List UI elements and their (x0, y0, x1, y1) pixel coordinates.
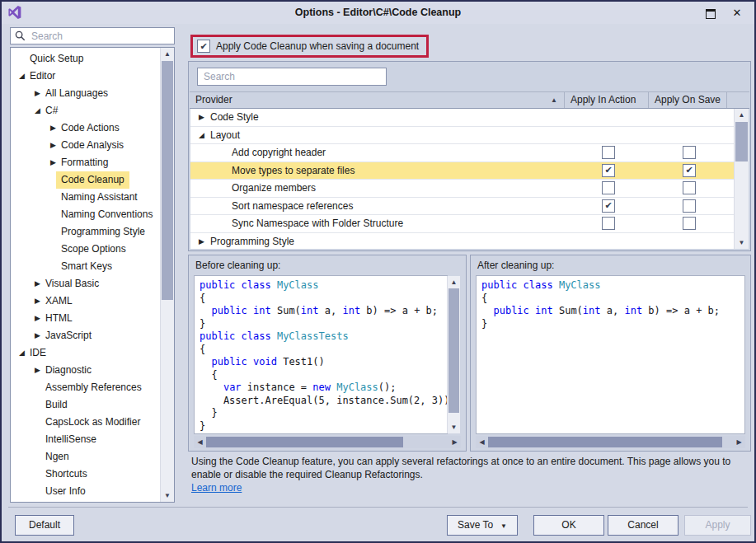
expander-icon[interactable]: ▶ (35, 310, 40, 327)
tree-item-c[interactable]: ◢C# (11, 102, 160, 119)
expander-icon[interactable]: ◢ (19, 68, 25, 85)
tree-item-user-info[interactable]: User Info (11, 483, 160, 500)
provider-row-add-copyright-header[interactable]: Add copyright header (190, 144, 735, 162)
apply-on-save-checkbox[interactable] (683, 181, 696, 194)
expander-icon[interactable]: ▶ (35, 85, 40, 102)
apply-button[interactable]: Apply (684, 515, 751, 536)
expander-icon[interactable]: ▶ (199, 233, 204, 250)
apply-on-save-checkbox[interactable] (683, 199, 696, 213)
tree-item-programming-style[interactable]: Programming Style (11, 223, 160, 241)
expander-icon[interactable]: ▶ (35, 362, 40, 379)
tree-item-code-cleanup[interactable]: Code Cleanup (11, 171, 160, 189)
apply-on-save-checkbox[interactable]: ✔ (683, 164, 696, 177)
apply-on-save-checkbox[interactable] (683, 217, 696, 230)
learn-more-link[interactable]: Learn more (191, 482, 242, 494)
tree-item-intellisense[interactable]: IntelliSense (11, 431, 160, 448)
apply-on-save-highlight[interactable]: ✔ Apply Code Cleanup when saving a docum… (190, 35, 429, 58)
cancel-button[interactable]: Cancel (608, 515, 679, 536)
apply-in-action-checkbox[interactable] (602, 217, 615, 230)
apply-on-save-checkbox[interactable] (683, 146, 696, 159)
tree-item-editor[interactable]: ◢Editor (11, 68, 160, 85)
tree-item-code-analysis[interactable]: ▶Code Analysis (11, 137, 160, 154)
scrollbar-thumb[interactable] (162, 61, 173, 300)
description-text: Using the Code Cleanup feature, you can … (191, 456, 730, 480)
scroll-down-icon[interactable]: ▼ (448, 421, 460, 433)
provider-search-input[interactable] (202, 70, 386, 83)
before-code-hscrollbar[interactable]: ◀ ▶ (194, 436, 461, 448)
column-header-apply-in-action[interactable]: Apply In Action (565, 92, 649, 108)
tree-item-xaml[interactable]: ▶XAML (11, 293, 160, 310)
scroll-left-icon[interactable]: ◀ (476, 436, 488, 448)
tree-item-smart-keys[interactable]: Smart Keys (11, 258, 160, 275)
expander-icon[interactable]: ◢ (19, 344, 25, 362)
tree-item-build[interactable]: Build (11, 396, 160, 414)
expander-icon[interactable]: ▶ (50, 154, 56, 171)
close-button[interactable]: ✕ (725, 6, 749, 21)
expander-icon[interactable]: ▶ (50, 137, 56, 154)
expander-icon[interactable]: ▶ (199, 109, 204, 126)
tree-item-formatting[interactable]: ▶Formatting (11, 154, 160, 171)
provider-row-programming-style[interactable]: ▶Programming Style (190, 233, 735, 250)
scroll-right-icon[interactable]: ▶ (733, 436, 745, 448)
tree-item-code-actions[interactable]: ▶Code Actions (11, 119, 160, 137)
provider-row-sort-namespace-references[interactable]: Sort namespace references✔ (190, 198, 735, 216)
before-code-view[interactable]: public class MyClass{ public int Sum(int… (194, 275, 448, 434)
apply-in-action-checkbox[interactable]: ✔ (602, 199, 615, 213)
save-to-button[interactable]: Save To▼ (447, 515, 518, 536)
tree-scrollbar[interactable]: ▲ ▼ (160, 48, 174, 502)
apply-in-action-checkbox[interactable] (602, 146, 615, 159)
maximize-button[interactable] (698, 6, 723, 21)
column-header-provider[interactable]: Provider ▲ (190, 92, 565, 108)
expander-icon[interactable]: ▶ (35, 327, 40, 344)
tree-item-capslock-as-modifier[interactable]: CapsLock as Modifier (11, 414, 160, 431)
scrollbar-thumb[interactable] (488, 437, 722, 447)
tree-item-visual-basic[interactable]: ▶Visual Basic (11, 275, 160, 293)
provider-search-box[interactable] (197, 68, 387, 86)
scroll-up-icon[interactable]: ▲ (735, 109, 749, 121)
provider-row-sync-namespace-with-folder-structure[interactable]: Sync Namespace with Folder Structure (190, 215, 735, 233)
scroll-right-icon[interactable]: ▶ (448, 436, 461, 448)
after-code-view[interactable]: public class MyClass{ public int Sum(int… (476, 275, 745, 434)
provider-row-layout[interactable]: ◢Layout (190, 127, 735, 145)
scrollbar-thumb[interactable] (448, 288, 459, 413)
provider-table-scrollbar[interactable]: ▲ ▼ (734, 109, 749, 249)
scroll-left-icon[interactable]: ◀ (194, 436, 206, 448)
tree-item-naming-conventions[interactable]: Naming Conventions (11, 206, 160, 223)
provider-row-organize-members[interactable]: Organize members (190, 180, 735, 198)
expander-icon[interactable]: ▶ (35, 275, 40, 293)
tree-item-javascript[interactable]: ▶JavaScript (11, 327, 160, 344)
expander-icon[interactable]: ▶ (50, 119, 56, 137)
scrollbar-thumb[interactable] (735, 122, 748, 161)
provider-row-move-types-to-separate-files[interactable]: Move types to separate files✔✔ (190, 162, 735, 180)
scroll-up-icon[interactable]: ▲ (448, 276, 460, 288)
apply-code-cleanup-checkbox[interactable]: ✔ (197, 40, 210, 53)
before-code-vscrollbar[interactable]: ▲ ▼ (447, 276, 460, 433)
expander-icon[interactable]: ▶ (35, 293, 40, 310)
sidebar-search-input[interactable] (30, 30, 174, 43)
apply-in-action-checkbox[interactable] (602, 181, 615, 194)
scrollbar-thumb[interactable] (206, 437, 403, 447)
scroll-down-icon[interactable]: ▼ (735, 236, 749, 249)
sidebar-search-box[interactable] (10, 27, 175, 44)
expander-icon[interactable]: ◢ (35, 102, 40, 119)
after-code-hscrollbar[interactable]: ◀ ▶ (476, 436, 745, 448)
scroll-down-icon[interactable]: ▼ (161, 489, 174, 502)
expander-icon[interactable]: ◢ (199, 127, 204, 144)
tree-item-shortcuts[interactable]: Shortcuts (11, 466, 160, 483)
tree-item-all-languages[interactable]: ▶All Languages (11, 85, 160, 102)
tree-item-diagnostic[interactable]: ▶Diagnostic (11, 362, 160, 379)
column-header-apply-on-save[interactable]: Apply On Save (649, 92, 727, 108)
tree-item-naming-assistant[interactable]: Naming Assistant (11, 189, 160, 206)
provider-row-code-style[interactable]: ▶Code Style (190, 109, 735, 127)
tree-item-quick-setup[interactable]: Quick Setup (11, 50, 160, 68)
title-bar[interactable]: Options - Editor\C#\Code Cleanup ✕ (2, 2, 754, 24)
scroll-up-icon[interactable]: ▲ (161, 48, 174, 60)
apply-in-action-checkbox[interactable]: ✔ (602, 164, 615, 177)
tree-item-ngen[interactable]: Ngen (11, 448, 160, 466)
tree-item-scope-options[interactable]: Scope Options (11, 241, 160, 258)
tree-item-assembly-references[interactable]: Assembly References (11, 379, 160, 396)
tree-item-html[interactable]: ▶HTML (11, 310, 160, 327)
default-button[interactable]: Default (15, 515, 74, 536)
tree-item-ide[interactable]: ◢IDE (11, 344, 160, 362)
ok-button[interactable]: OK (533, 515, 604, 536)
